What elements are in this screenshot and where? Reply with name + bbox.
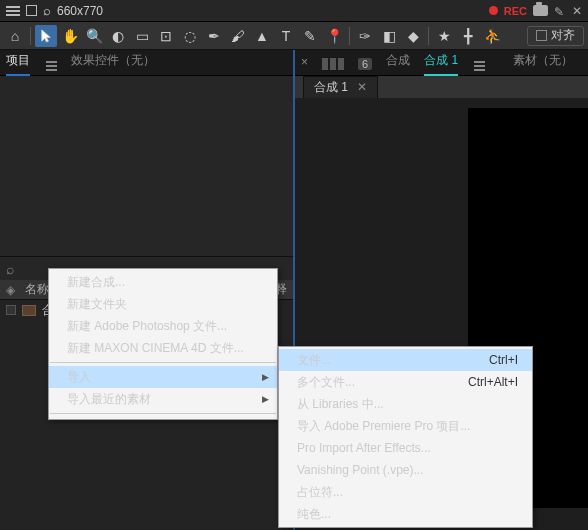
menu-import[interactable]: 导入 [49,366,277,388]
camera-icon[interactable] [533,5,548,16]
divider [428,27,429,45]
home-button[interactable]: ⌂ [4,25,26,47]
menu-new-composition[interactable]: 新建合成... [49,271,277,293]
close-tab-icon[interactable]: × [301,55,308,69]
composition-icon [22,305,36,316]
comp-tab-close[interactable]: ✕ [357,80,367,94]
menu-import-premiere-project[interactable]: 导入 Adobe Premiere Pro 项目... [279,415,532,437]
menu-pro-import-ae[interactable]: Pro Import After Effects... [279,437,532,459]
menu-import-file[interactable]: 文件...Ctrl+I [279,349,532,371]
search-icon[interactable]: ⌕ [43,3,51,18]
align-icon [536,30,547,41]
comp-number-badge: 6 [358,58,372,70]
item-color-chip [6,305,16,315]
panel-menu-icon[interactable] [474,65,485,67]
record-label: REC [504,5,527,17]
puppet-tool[interactable]: ⛹ [481,25,503,47]
align-toggle[interactable]: 对齐 [527,26,584,46]
nib-tool[interactable]: ✑ [354,25,376,47]
left-panel-tabs: 项目 效果控件（无） [0,50,293,76]
menu-vanishing-point[interactable]: Vanishing Point (.vpe)... [279,459,532,481]
dimensions-readout: 660x770 [57,4,103,18]
tab-project[interactable]: 项目 [6,47,30,75]
title-bar: ⌕ 660x770 REC ✕ [0,0,588,22]
feather-tool[interactable]: ✎ [299,25,321,47]
record-indicator-icon [489,6,498,15]
menu-new-c4d-file[interactable]: 新建 MAXON CINEMA 4D 文件... [49,337,277,359]
tab-active-comp[interactable]: 合成 1 [424,47,458,75]
project-context-menu: 新建合成... 新建文件夹 新建 Adobe Photoshop 文件... 新… [48,268,278,420]
comp-tab[interactable]: 合成 1 ✕ [303,76,378,99]
orbit-tool[interactable]: ◐ [107,25,129,47]
hamburger-icon[interactable] [6,10,20,12]
star-tool[interactable]: ★ [433,25,455,47]
tag-icon[interactable]: ◈ [6,283,15,297]
align-label: 对齐 [551,27,575,44]
hand-tool[interactable]: ✋ [59,25,81,47]
axis-tool[interactable]: ╋ [457,25,479,47]
comp-tab-label: 合成 1 [314,80,348,94]
main-toolbar: ⌂ ✋ 🔍 ◐ ▭ ⊡ ◌ ✒ 🖌 ▲ T ✎ 📍 ✑ ◧ ◆ ★ ╋ ⛹ 对齐 [0,22,588,50]
tab-compose-label: 合成 [386,47,410,75]
fill-tool[interactable]: ◆ [402,25,424,47]
edit-icon[interactable] [554,5,566,17]
right-panel-tabs: × 6 合成 合成 1 素材（无） [295,50,588,76]
menu-import-multiple-files[interactable]: 多个文件...Ctrl+Alt+I [279,371,532,393]
dashed-rect-tool[interactable]: ◌ [179,25,201,47]
menu-solid-color[interactable]: 纯色... [279,503,532,525]
stamp-tool[interactable]: ▲ [251,25,273,47]
divider [349,27,350,45]
menu-separator [50,362,276,363]
text-tool[interactable]: T [275,25,297,47]
project-preview-area [0,76,293,280]
menu-placeholder[interactable]: 占位符... [279,481,532,503]
rounded-rect-tool[interactable]: ⊡ [155,25,177,47]
menu-import-recent[interactable]: 导入最近的素材 [49,388,277,410]
shortcut: Ctrl+Alt+I [468,375,518,389]
import-submenu: 文件...Ctrl+I 多个文件...Ctrl+Alt+I 从 Librarie… [278,346,533,528]
panel-menu-icon[interactable] [46,65,57,67]
layout-icon[interactable] [322,58,344,70]
rect-tool[interactable]: ▭ [131,25,153,47]
shortcut: Ctrl+I [489,353,518,367]
selection-tool[interactable] [35,25,57,47]
window-icon[interactable] [26,5,37,16]
comp-tab-bar: 合成 1 ✕ [295,76,588,98]
divider [30,27,31,45]
tab-source[interactable]: 素材（无） [513,47,573,75]
tab-effect-controls[interactable]: 效果控件（无） [71,47,155,75]
eraser-tool[interactable]: ◧ [378,25,400,47]
pin-tool[interactable]: 📍 [323,25,345,47]
pen-tool[interactable]: ✒ [203,25,225,47]
menu-import-from-libraries[interactable]: 从 Libraries 中... [279,393,532,415]
close-button[interactable]: ✕ [572,4,582,18]
brush-tool[interactable]: 🖌 [227,25,249,47]
zoom-tool[interactable]: 🔍 [83,25,105,47]
menu-separator [50,413,276,414]
column-name[interactable]: 名称 [25,281,49,298]
menu-new-folder[interactable]: 新建文件夹 [49,293,277,315]
menu-new-photoshop-file[interactable]: 新建 Adobe Photoshop 文件... [49,315,277,337]
